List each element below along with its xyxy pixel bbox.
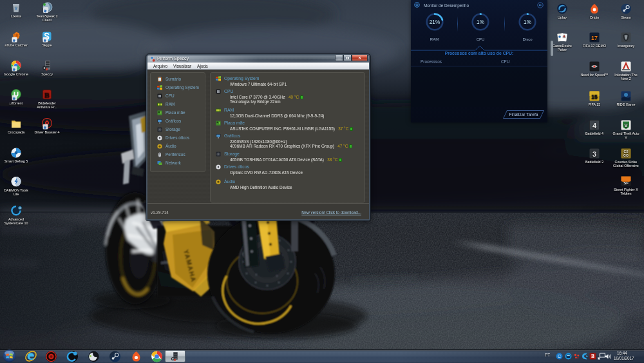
svg-text:15: 15 [591,93,598,100]
svg-text:21%: 21% [429,19,439,25]
svg-text:4: 4 [592,122,597,130]
svg-text:B: B [591,353,594,359]
svg-text:17: 17 [591,35,598,41]
svg-text:SF: SF [623,181,629,185]
svg-text:V: V [624,123,627,128]
svg-text:C: C [558,354,561,358]
svg-text:A: A [563,34,566,38]
svg-text:1%: 1% [477,19,484,25]
svg-text:3: 3 [592,150,596,158]
svg-text:B: B [44,91,50,99]
svg-text:GO: GO [623,153,629,157]
svg-text:10: 10 [19,207,21,210]
svg-text:1%: 1% [524,19,531,25]
